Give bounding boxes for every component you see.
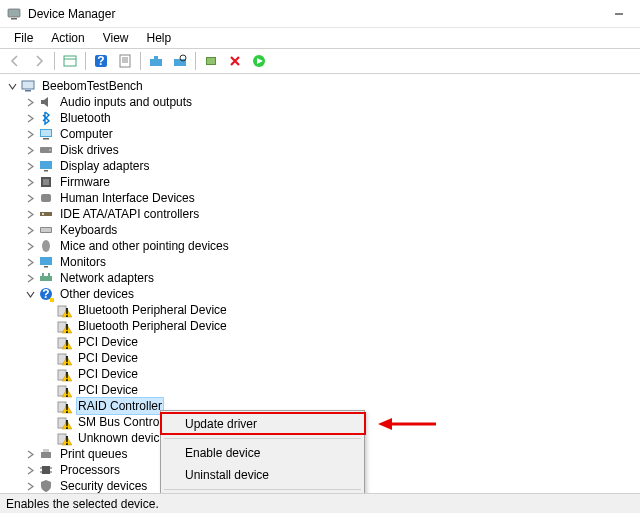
node-label: Mice and other pointing devices [58, 238, 231, 254]
category-icon [38, 446, 54, 462]
chevron-right-icon[interactable] [24, 224, 36, 236]
device-button[interactable] [200, 50, 222, 72]
spacer [42, 304, 54, 316]
category-icon [38, 270, 54, 286]
svg-rect-25 [40, 161, 52, 169]
category-icon [38, 478, 54, 494]
node-label: Firmware [58, 174, 112, 190]
tree-device[interactable]: !Bluetooth Peripheral Device [6, 302, 640, 318]
status-bar: Enables the selected device. [0, 493, 640, 513]
back-button[interactable] [4, 50, 26, 72]
category-icon [38, 126, 54, 142]
properties-button[interactable] [114, 50, 136, 72]
tree-category[interactable]: Display adapters [6, 158, 640, 174]
svg-text:!: ! [65, 402, 69, 415]
enable-button[interactable] [248, 50, 270, 72]
help-button[interactable]: ? [90, 50, 112, 72]
svg-rect-26 [44, 170, 48, 172]
tree-device[interactable]: !Bluetooth Peripheral Device [6, 318, 640, 334]
node-label: Human Interface Devices [58, 190, 197, 206]
context-uninstall-device[interactable]: Uninstall device [163, 464, 362, 486]
minimize-button[interactable] [612, 7, 626, 21]
toolbar-separator [195, 52, 196, 70]
chevron-right-icon[interactable] [24, 112, 36, 124]
tree-device[interactable]: !PCI Device [6, 382, 640, 398]
chevron-down-icon[interactable] [24, 288, 36, 300]
node-label: RAID Controller [76, 397, 164, 415]
chevron-right-icon[interactable] [24, 240, 36, 252]
menu-action[interactable]: Action [43, 29, 92, 47]
tree-device[interactable]: !PCI Device [6, 350, 640, 366]
warning-device-icon: ! [56, 366, 72, 382]
chevron-right-icon[interactable] [24, 208, 36, 220]
svg-rect-19 [25, 90, 31, 92]
tree-root[interactable]: BeebomTestBench [6, 78, 640, 94]
category-icon [38, 174, 54, 190]
category-icon [38, 190, 54, 206]
svg-marker-42 [50, 298, 54, 302]
chevron-right-icon[interactable] [24, 272, 36, 284]
svg-point-34 [42, 240, 50, 252]
forward-button[interactable] [28, 50, 50, 72]
svg-rect-71 [43, 449, 49, 452]
tree-device[interactable]: !PCI Device [6, 366, 640, 382]
tree-category[interactable]: Bluetooth [6, 110, 640, 126]
spacer [42, 368, 54, 380]
spacer [42, 320, 54, 332]
update-driver-button[interactable] [145, 50, 167, 72]
tree-category[interactable]: Computer [6, 126, 640, 142]
tree-category[interactable]: IDE ATA/ATAPI controllers [6, 206, 640, 222]
warning-device-icon: ! [56, 382, 72, 398]
tree-category-other[interactable]: ?Other devices [6, 286, 640, 302]
uninstall-button[interactable] [224, 50, 246, 72]
warning-device-icon: ! [56, 334, 72, 350]
menu-view[interactable]: View [95, 29, 137, 47]
tree-category[interactable]: Keyboards [6, 222, 640, 238]
tree-device[interactable]: !PCI Device [6, 334, 640, 350]
chevron-down-icon[interactable] [6, 80, 18, 92]
chevron-right-icon[interactable] [24, 160, 36, 172]
chevron-right-icon[interactable] [24, 448, 36, 460]
toolbar-separator [54, 52, 55, 70]
tree-category[interactable]: Human Interface Devices [6, 190, 640, 206]
chevron-right-icon[interactable] [24, 144, 36, 156]
context-update-driver[interactable]: Update driver [163, 413, 362, 435]
svg-text:!: ! [65, 306, 69, 319]
chevron-right-icon[interactable] [24, 96, 36, 108]
scan-button[interactable] [169, 50, 191, 72]
chevron-right-icon[interactable] [24, 256, 36, 268]
node-label: Processors [58, 462, 122, 478]
chevron-right-icon[interactable] [24, 464, 36, 476]
tree-category[interactable]: Disk drives [6, 142, 640, 158]
context-enable-device[interactable]: Enable device [163, 442, 362, 464]
category-icon [38, 94, 54, 110]
menu-file[interactable]: File [6, 29, 41, 47]
svg-rect-30 [40, 212, 52, 216]
show-hide-button[interactable] [59, 50, 81, 72]
context-label: Uninstall device [185, 468, 269, 482]
svg-rect-3 [64, 56, 76, 66]
node-label: Network adapters [58, 270, 156, 286]
tree-category[interactable]: Firmware [6, 174, 640, 190]
svg-text:?: ? [42, 287, 49, 301]
node-label: SM Bus Controll [76, 414, 167, 430]
tree-category[interactable]: Network adapters [6, 270, 640, 286]
node-label: BeebomTestBench [40, 78, 145, 94]
svg-rect-18 [22, 81, 34, 89]
tree-category[interactable]: Mice and other pointing devices [6, 238, 640, 254]
tree-category[interactable]: Audio inputs and outputs [6, 94, 640, 110]
chevron-right-icon[interactable] [24, 192, 36, 204]
node-label: Monitors [58, 254, 108, 270]
svg-rect-13 [174, 59, 186, 66]
svg-rect-21 [41, 130, 51, 136]
menu-help[interactable]: Help [139, 29, 180, 47]
context-label: Enable device [185, 446, 260, 460]
node-label: Keyboards [58, 222, 119, 238]
tree-category[interactable]: Monitors [6, 254, 640, 270]
chevron-right-icon[interactable] [24, 480, 36, 492]
chevron-right-icon[interactable] [24, 128, 36, 140]
menu-bar: File Action View Help [0, 28, 640, 48]
computer-icon [20, 78, 36, 94]
chevron-right-icon[interactable] [24, 176, 36, 188]
node-label: IDE ATA/ATAPI controllers [58, 206, 201, 222]
